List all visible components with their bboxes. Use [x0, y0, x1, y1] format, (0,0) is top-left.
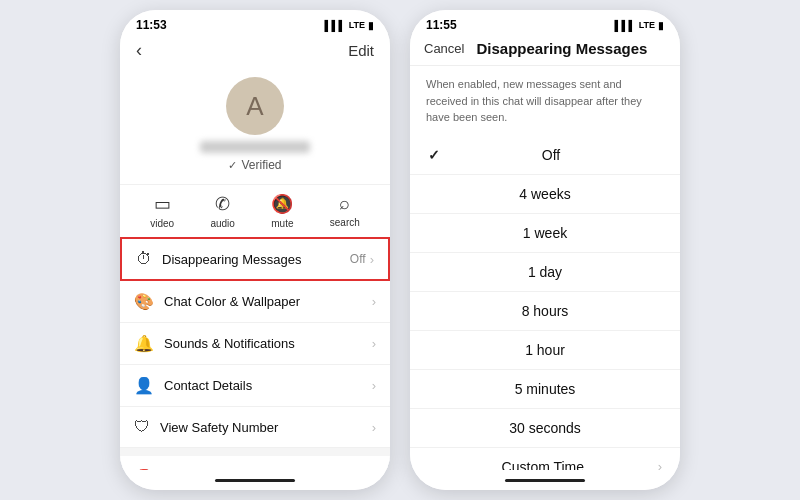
- sounds-label: Sounds & Notifications: [164, 336, 295, 351]
- disappearing-messages-item[interactable]: ⏱ Disappearing Messages Off ›: [120, 237, 390, 281]
- search-icon: ⌕: [339, 193, 350, 214]
- chat-color-label: Chat Color & Wallpaper: [164, 294, 300, 309]
- status-bar-right: 11:55 ▌▌▌ LTE ▮: [410, 10, 680, 36]
- safety-number-item[interactable]: 🛡 View Safety Number ›: [120, 407, 390, 448]
- signal-icon-right: ▌▌▌: [614, 20, 635, 31]
- safety-label: View Safety Number: [160, 420, 278, 435]
- check-icon: ✓: [228, 159, 237, 172]
- option-5minutes[interactable]: 5 minutes: [410, 370, 680, 409]
- verified-badge: ✓ Verified: [228, 158, 281, 172]
- mute-icon: 🔕: [271, 193, 293, 215]
- option-custom-label: Custom Time: [502, 459, 584, 471]
- sounds-left: 🔔 Sounds & Notifications: [134, 334, 295, 353]
- option-8hours-label: 8 hours: [522, 303, 569, 319]
- disappearing-messages-right: Off ›: [350, 252, 374, 267]
- option-off[interactable]: ✓ Off: [410, 136, 680, 175]
- disappearing-messages-value: Off: [350, 252, 366, 266]
- nav-bar-left: ‹ Edit: [120, 36, 390, 69]
- mute-label: mute: [271, 218, 293, 229]
- option-1week[interactable]: 1 week: [410, 214, 680, 253]
- panel-nav: Cancel Disappearing Messages: [410, 36, 680, 66]
- disappearing-messages-label: Disappearing Messages: [162, 252, 301, 267]
- option-4weeks-label: 4 weeks: [519, 186, 570, 202]
- audio-button[interactable]: ✆ audio: [210, 193, 234, 229]
- option-30sec-label: 30 seconds: [509, 420, 581, 436]
- safety-left: 🛡 View Safety Number: [134, 418, 278, 436]
- sounds-notifications-item[interactable]: 🔔 Sounds & Notifications ›: [120, 323, 390, 365]
- option-30seconds[interactable]: 30 seconds: [410, 409, 680, 448]
- status-bar-left: 11:53 ▌▌▌ LTE ▮: [120, 10, 390, 36]
- options-list: ✓ Off 4 weeks 1 week 1 day 8 hours 1 hou…: [410, 136, 680, 471]
- time-right: 11:55: [426, 18, 457, 32]
- option-5min-label: 5 minutes: [515, 381, 576, 397]
- option-1week-label: 1 week: [523, 225, 567, 241]
- panel-title: Disappearing Messages: [476, 40, 647, 57]
- contact-left: 👤 Contact Details: [134, 376, 252, 395]
- chat-color-icon: 🎨: [134, 292, 154, 311]
- video-icon: ▭: [154, 193, 171, 215]
- settings-list: ⏱ Disappearing Messages Off › 🎨 Chat Col…: [120, 237, 390, 470]
- video-button[interactable]: ▭ video: [150, 193, 174, 229]
- status-icons-left: ▌▌▌ LTE ▮: [324, 20, 374, 31]
- chat-color-chevron: ›: [372, 294, 376, 309]
- signal-icon-left: ▌▌▌: [324, 20, 345, 31]
- left-phone: 11:53 ▌▌▌ LTE ▮ ‹ Edit A ✓ Verified ▭ vi…: [120, 10, 390, 490]
- profile-section: A ✓ Verified: [120, 69, 390, 184]
- home-bar-left: [215, 479, 295, 482]
- audio-label: audio: [210, 218, 234, 229]
- contact-name-blurred: [200, 141, 310, 153]
- video-label: video: [150, 218, 174, 229]
- sounds-icon: 🔔: [134, 334, 154, 353]
- home-indicator-left: [120, 470, 390, 490]
- safety-chevron: ›: [372, 420, 376, 435]
- disappearing-icon: ⏱: [136, 250, 152, 268]
- time-left: 11:53: [136, 18, 167, 32]
- chat-color-item[interactable]: 🎨 Chat Color & Wallpaper ›: [120, 281, 390, 323]
- option-off-label: Off: [542, 147, 560, 163]
- contact-details-item[interactable]: 👤 Contact Details ›: [120, 365, 390, 407]
- option-1day-label: 1 day: [528, 264, 562, 280]
- contact-icon: 👤: [134, 376, 154, 395]
- option-1hour[interactable]: 1 hour: [410, 331, 680, 370]
- contact-chevron: ›: [372, 378, 376, 393]
- option-1hour-label: 1 hour: [525, 342, 565, 358]
- home-indicator-right: [410, 470, 680, 490]
- search-button[interactable]: ⌕ search: [330, 193, 360, 229]
- disappearing-messages-left: ⏱ Disappearing Messages: [136, 250, 301, 268]
- option-8hours[interactable]: 8 hours: [410, 292, 680, 331]
- sounds-chevron: ›: [372, 336, 376, 351]
- home-bar-right: [505, 479, 585, 482]
- option-1day[interactable]: 1 day: [410, 253, 680, 292]
- settings-gap: [120, 448, 390, 456]
- back-button[interactable]: ‹: [136, 40, 142, 61]
- block-section: 🚫 Block User You will no longer receive …: [120, 456, 390, 470]
- battery-icon-left: ▮: [368, 20, 374, 31]
- cancel-button[interactable]: Cancel: [424, 41, 464, 56]
- status-icons-right: ▌▌▌ LTE ▮: [614, 20, 664, 31]
- mute-button[interactable]: 🔕 mute: [271, 193, 293, 229]
- option-4weeks[interactable]: 4 weeks: [410, 175, 680, 214]
- selected-check: ✓: [428, 147, 440, 163]
- contact-label: Contact Details: [164, 378, 252, 393]
- lte-label-right: LTE: [639, 20, 655, 30]
- edit-button[interactable]: Edit: [348, 42, 374, 59]
- battery-icon-right: ▮: [658, 20, 664, 31]
- avatar: A: [226, 77, 284, 135]
- panel-description: When enabled, new messages sent and rece…: [410, 66, 680, 136]
- right-phone: 11:55 ▌▌▌ LTE ▮ Cancel Disappearing Mess…: [410, 10, 680, 490]
- verified-label: Verified: [241, 158, 281, 172]
- option-custom-time[interactable]: Custom Time ›: [410, 448, 680, 471]
- audio-icon: ✆: [215, 193, 230, 215]
- lte-label-left: LTE: [349, 20, 365, 30]
- chevron-icon: ›: [370, 252, 374, 267]
- search-label: search: [330, 217, 360, 228]
- safety-icon: 🛡: [134, 418, 150, 436]
- custom-time-chevron: ›: [658, 459, 662, 470]
- action-buttons-row: ▭ video ✆ audio 🔕 mute ⌕ search: [120, 184, 390, 237]
- chat-color-left: 🎨 Chat Color & Wallpaper: [134, 292, 300, 311]
